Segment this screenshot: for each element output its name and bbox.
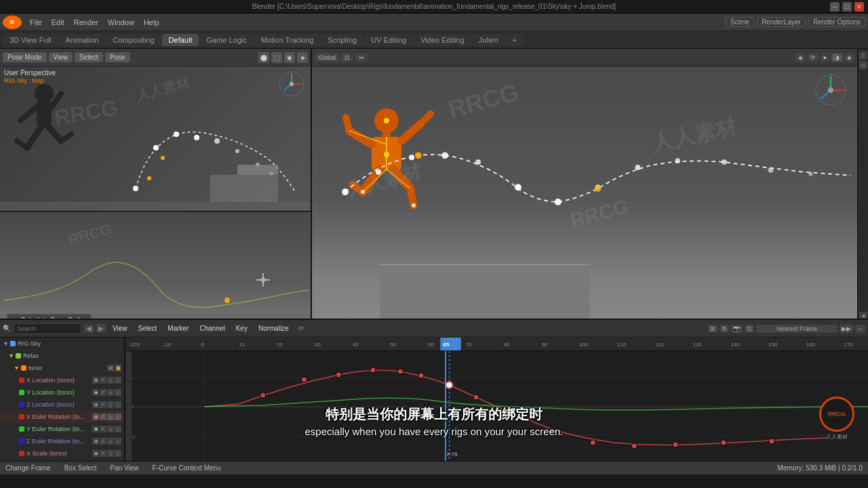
z-euler-ctrl-3[interactable]: ○	[107, 438, 114, 445]
menu-edit[interactable]: Edit	[47, 17, 68, 28]
strip-tool-2[interactable]: N	[859, 61, 867, 69]
x-loc-ctrl-3[interactable]: ○	[107, 377, 114, 384]
global-btn[interactable]: Global	[315, 54, 339, 62]
render-layer-selector[interactable]: RenderLayer	[757, 17, 806, 27]
z-euler-ctrl-arrow[interactable]: ↕	[115, 438, 121, 445]
x-scale-ctrl-arrow[interactable]: ↕	[115, 450, 121, 457]
timeline-select-menu[interactable]: Select	[134, 323, 161, 333]
channel-x-euler[interactable]: X Euler Rotation (to... ◆ ✓ ○ ↕	[0, 411, 124, 423]
tab-scripting[interactable]: Scripting	[321, 34, 363, 46]
tab-game-logic[interactable]: Game Logic	[199, 34, 253, 46]
tab-uv-editing[interactable]: UV Editing	[364, 34, 413, 46]
box-select-status[interactable]: Box Select	[64, 464, 97, 472]
timeline-search-input[interactable]	[14, 323, 81, 334]
snap-icon[interactable]: ⊡	[341, 54, 353, 62]
y-loc-ctrl-1[interactable]: ◆	[92, 389, 99, 396]
viewport-shading-mat-icon[interactable]: ◉	[284, 52, 295, 63]
x-scale-ctrl-2[interactable]: ✓	[100, 450, 106, 457]
maximize-btn[interactable]: □	[842, 2, 852, 12]
x-loc-ctrl-1[interactable]: ◆	[92, 377, 99, 384]
minimize-btn[interactable]: ─	[830, 2, 840, 12]
y-loc-ctrl-2[interactable]: ✓	[100, 389, 106, 396]
pose-btn[interactable]: Pose	[105, 52, 130, 62]
x-euler-ctrl-1[interactable]: ◆	[92, 413, 99, 420]
y-euler-ctrl-arrow[interactable]: ↕	[115, 426, 121, 432]
y-euler-ctrl-2[interactable]: ✓	[100, 426, 106, 432]
timeline-view-menu[interactable]: View	[108, 323, 132, 333]
y-euler-ctrl-1[interactable]: ◆	[92, 426, 99, 432]
tab-3d-full[interactable]: 3D View Full	[3, 34, 58, 46]
viewport-shading-wire-icon[interactable]: ⬚	[271, 52, 282, 63]
z-loc-ctrl-1[interactable]: ◆	[92, 401, 99, 408]
channel-y-loc[interactable]: Y Location (torso) ◆ ✓ ○ ↕	[0, 386, 124, 399]
tab-default[interactable]: Default	[162, 34, 199, 46]
torso-ctrl-lock[interactable]: 🔒	[115, 365, 121, 371]
render-options-btn[interactable]: Render Options	[808, 17, 865, 27]
timeline-marker-menu[interactable]: Marker	[163, 323, 193, 333]
tab-julien[interactable]: Julien	[472, 34, 505, 46]
x-euler-ctrl-2[interactable]: ✓	[100, 413, 106, 420]
menu-help[interactable]: Help	[140, 17, 163, 28]
pose-mode-btn[interactable]: Pose Mode	[3, 52, 47, 62]
tab-motion-tracking[interactable]: Motion Tracking	[254, 34, 321, 46]
z-loc-ctrl-2[interactable]: ✓	[100, 401, 106, 408]
channel-z-euler[interactable]: Z Euler Rotation (to... ◆ ✓ ○ ↕	[0, 435, 124, 447]
normalize-reset-icon[interactable]: ⟳	[296, 323, 307, 333]
f-curve-menu-status[interactable]: F-Curve Context Menu	[153, 464, 221, 472]
scene-selector[interactable]: Scene	[726, 17, 754, 27]
x-euler-ctrl-arrow[interactable]: ↕	[115, 413, 121, 420]
channel-rig-sky[interactable]: ▼ RIG-Sky	[0, 338, 124, 350]
pan-view-status[interactable]: Pan View	[111, 464, 139, 472]
nav-arrow-right[interactable]: ▶	[96, 324, 106, 333]
timeline-extra-icon[interactable]: ⊡	[745, 325, 754, 333]
viewport-overlay-icon[interactable]: ◈	[795, 54, 806, 62]
timeline-camera-icon[interactable]: 📷	[731, 325, 743, 333]
select-btn[interactable]: Select	[75, 52, 103, 62]
viewport-mat-icon[interactable]: ◑	[831, 54, 842, 62]
z-loc-ctrl-arrow[interactable]: ↕	[115, 401, 121, 408]
view-btn[interactable]: View	[49, 52, 73, 62]
normalize-btn[interactable]: Normalize	[254, 323, 293, 333]
left-scroll-handle[interactable]	[125, 351, 132, 461]
tab-video-editing[interactable]: Video Editing	[414, 34, 471, 46]
timeline-channel-menu[interactable]: Channel	[195, 323, 229, 333]
channel-x-scale[interactable]: X Scale (torso) ◆ ✓ ○ ↕	[0, 447, 124, 460]
x-scale-ctrl-3[interactable]: ○	[107, 450, 114, 457]
x-euler-ctrl-3[interactable]: ○	[107, 413, 114, 420]
x-loc-ctrl-2[interactable]: ✓	[100, 377, 106, 384]
channel-y-euler[interactable]: Y Euler Rotation (to... ◆ ✓ ○ ↕	[0, 423, 124, 435]
z-euler-ctrl-1[interactable]: ◆	[92, 438, 99, 445]
y-loc-ctrl-arrow[interactable]: ↕	[115, 389, 121, 396]
nav-arrow-left[interactable]: ◀	[84, 324, 94, 333]
menu-render[interactable]: Render	[70, 17, 102, 28]
timeline-scroll-icon[interactable]: ↔	[855, 325, 865, 333]
channel-relax[interactable]: ▼ Relax	[0, 350, 124, 362]
y-loc-ctrl-3[interactable]: ○	[107, 389, 114, 396]
timeline-settings-icon[interactable]: ⚙	[719, 325, 729, 333]
z-euler-ctrl-2[interactable]: ✓	[100, 438, 106, 445]
viewport-gizmo-icon[interactable]: ⟳	[808, 54, 818, 62]
nearest-frame-btn[interactable]: Nearest Frame	[756, 325, 837, 333]
timeline-key-menu[interactable]: Key	[232, 323, 252, 333]
tab-animation[interactable]: Animation	[59, 34, 106, 46]
viewport-shading-solid-icon[interactable]: ⬤	[258, 52, 269, 63]
x-scale-ctrl-1[interactable]: ◆	[92, 450, 99, 457]
channel-torso[interactable]: ▼ torso 👁 🔒	[0, 362, 124, 374]
x-loc-ctrl-arrow[interactable]: ↕	[115, 377, 121, 384]
add-workspace-btn[interactable]: +	[506, 34, 524, 46]
z-loc-ctrl-3[interactable]: ○	[107, 401, 114, 408]
transform-icon[interactable]: ⇔	[355, 54, 368, 62]
menu-window[interactable]: Window	[104, 17, 138, 28]
y-euler-ctrl-3[interactable]: ○	[107, 426, 114, 432]
channel-z-loc[interactable]: Z Location (torso) ◆ ✓ ○ ↕	[0, 399, 124, 411]
viewport-solid-icon[interactable]: ●	[821, 54, 829, 62]
timeline-end-icon[interactable]: ▶▶	[840, 325, 853, 333]
torso-ctrl-eye[interactable]: 👁	[107, 365, 114, 371]
viewport-shading-render-icon[interactable]: ◈	[297, 52, 308, 63]
viewport-render-icon[interactable]: ◈	[844, 54, 854, 62]
strip-tool-1[interactable]: T	[859, 52, 867, 60]
tab-compositing[interactable]: Compositing	[106, 34, 161, 46]
channel-x-loc[interactable]: X Location (torso) ◆ ✓ ○ ↕	[0, 374, 124, 386]
timeline-filter-icon[interactable]: ⊞	[708, 325, 717, 333]
close-btn[interactable]: ✕	[854, 2, 864, 12]
